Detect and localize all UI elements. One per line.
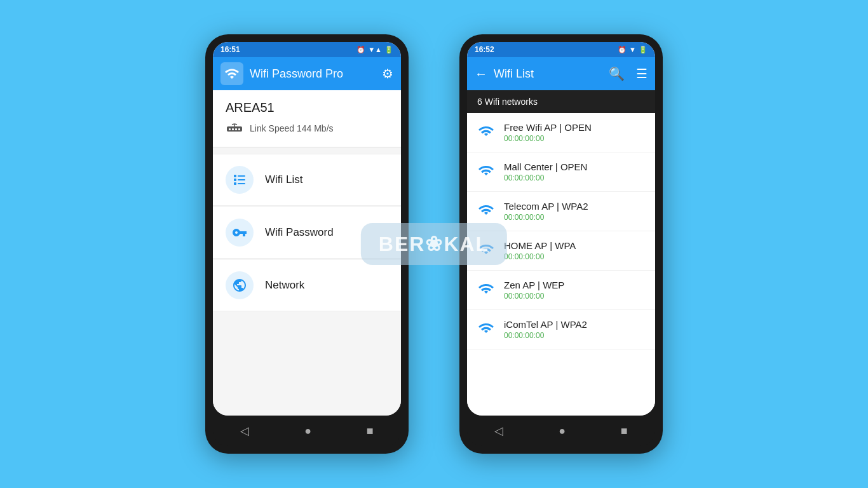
svg-rect-2 [232,128,234,130]
svg-rect-1 [229,128,231,130]
menu-label-network: Network [265,279,304,292]
wifi-entry-mac-3: 00:00:00:00 [504,252,576,261]
menu-label-wifi-password: Wifi Password [265,226,334,239]
svg-rect-12 [234,182,236,185]
gear-icon[interactable]: ⚙ [382,66,393,81]
wifi-signal-icon-0 [477,125,495,141]
wifi-entry-0[interactable]: Free Wifi AP | OPEN 00:00:00:00 [467,113,655,152]
back-button-1[interactable]: ◁ [240,424,249,438]
home-button-2[interactable]: ● [559,424,566,438]
wifi-signal-icon-1 [477,164,495,180]
menu-item-network[interactable]: Network [213,260,401,311]
filter-icon[interactable]: ☰ [636,66,648,81]
network-info: AREA51 [213,90,401,147]
wifi-entry-name-5: iComTel AP | WPA2 [504,319,587,330]
wifi-entry-5[interactable]: iComTel AP | WPA2 00:00:00:00 [467,310,655,349]
status-bar-2: 16:52 ⏰ ▼ 🔋 [467,42,655,57]
app-title-1: Wifi Password Pro [250,67,376,81]
wifi-entry-1[interactable]: Mall Center | OPEN 00:00:00:00 [467,152,655,192]
svg-rect-10 [234,179,236,181]
wifi-logo-icon [220,62,243,85]
wifi-entry-name-4: Zen AP | WEP [504,280,564,290]
network-name: AREA51 [226,100,388,115]
svg-rect-3 [235,128,237,130]
network-detail: Link Speed 144 Mb/s [226,120,388,137]
wifi-entry-mac-1: 00:00:00:00 [504,173,587,182]
svg-line-7 [234,124,237,125]
recents-button-1[interactable]: ■ [367,424,374,438]
wifi-signal-icon-4 [477,282,495,299]
watermark: BER❀KAL [361,223,507,265]
wifi-entry-mac-5: 00:00:00:00 [504,331,587,340]
wifi-entry-name-2: Telecom AP | WPA2 [504,201,588,212]
back-button-2[interactable]: ◁ [494,424,503,438]
wifi-count-bar: 6 Wifi networks [467,90,655,113]
wifi-entry-info-3: HOME AP | WPA 00:00:00:00 [504,240,576,261]
key-icon [226,219,254,247]
app-bar-2: ← Wifi List 🔍 ☰ [467,57,655,90]
app-bar-1: Wifi Password Pro ⚙ [213,57,401,90]
wifi-entry-4[interactable]: Zen AP | WEP 00:00:00:00 [467,271,655,310]
status-bar-1: 16:51 ⏰ ▼▲ 🔋 [213,42,401,57]
wifi-entry-info-2: Telecom AP | WPA2 00:00:00:00 [504,201,588,222]
svg-rect-9 [238,175,245,177]
svg-rect-11 [238,179,245,180]
wifi-entry-info-5: iComTel AP | WPA2 00:00:00:00 [504,319,587,340]
search-icon[interactable]: 🔍 [609,66,625,81]
status-icons-1: ⏰ ▼▲ 🔋 [356,46,393,54]
wifi-count-text: 6 Wifi networks [477,97,538,107]
wifi-entry-mac-0: 00:00:00:00 [504,134,592,143]
scene: BER❀KAL 16:51 ⏰ ▼▲ 🔋 Wifi Pass [0,0,868,488]
recents-button-2[interactable]: ■ [621,424,628,438]
list-icon [226,166,254,194]
bottom-nav-1: ◁ ● ■ [213,416,401,446]
watermark-text: BER❀KAL [379,233,489,255]
wifi-signal-icon-5 [477,322,495,338]
wifi-entry-mac-2: 00:00:00:00 [504,213,588,222]
svg-rect-13 [238,183,245,184]
status-time-2: 16:52 [475,45,494,54]
menu-item-wifi-list[interactable]: Wifi List [213,154,401,206]
wifi-entry-info-1: Mall Center | OPEN 00:00:00:00 [504,161,587,182]
status-icons-2: ⏰ ▼ 🔋 [618,46,648,54]
svg-rect-4 [238,128,240,130]
router-icon [226,120,243,137]
wifi-entry-name-0: Free Wifi AP | OPEN [504,122,592,133]
wifi-entry-info-4: Zen AP | WEP 00:00:00:00 [504,280,564,301]
svg-line-6 [232,124,234,125]
wifi-entry-name-1: Mall Center | OPEN [504,161,587,172]
status-time-1: 16:51 [220,45,240,54]
wifi-entry-mac-4: 00:00:00:00 [504,292,564,301]
wifi-entry-name-3: HOME AP | WPA [504,240,576,251]
wifi-signal-icon-2 [477,203,495,220]
app-title-2: Wifi List [494,67,597,81]
globe-icon [226,271,254,299]
back-arrow-icon[interactable]: ← [475,67,487,81]
menu-label-wifi-list: Wifi List [265,173,303,186]
home-button-1[interactable]: ● [304,424,311,438]
bottom-nav-2: ◁ ● ■ [467,416,655,446]
link-speed: Link Speed 144 Mb/s [250,123,334,133]
svg-rect-8 [234,175,236,177]
wifi-entry-info-0: Free Wifi AP | OPEN 00:00:00:00 [504,122,592,143]
